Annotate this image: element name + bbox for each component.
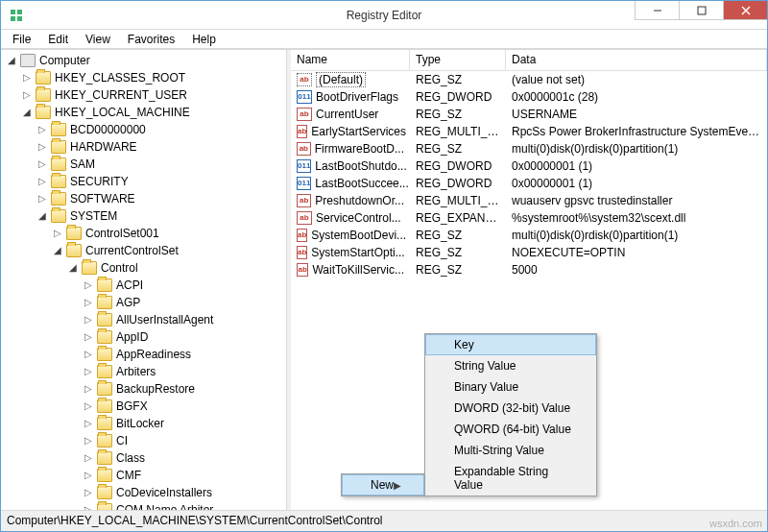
value-row[interactable]: 011LastBootSuccee...REG_DWORD0x00000001 …	[291, 175, 767, 192]
expander-icon[interactable]: ▷	[82, 382, 95, 396]
tree-key[interactable]: ▷BackupRestore	[82, 380, 286, 398]
value-row[interactable]: abCurrentUserREG_SZUSERNAME	[291, 106, 767, 123]
tree-key[interactable]: ▷BCD00000000	[36, 121, 286, 138]
value-row[interactable]: abServiceControl...REG_EXPAND_SZ%systemr…	[291, 209, 767, 227]
menu-edit[interactable]: Edit	[40, 31, 76, 48]
tree-root[interactable]: ◢ Computer	[5, 52, 286, 69]
value-name: BootDriverFlags	[316, 90, 398, 104]
tree-key[interactable]: ▷AppID	[82, 328, 286, 346]
tree-hive-hkcu[interactable]: ▷HKEY_CURRENT_USER	[20, 86, 286, 104]
tree-key[interactable]: ▷ACPI	[82, 277, 286, 294]
tree-key[interactable]: ▷CMF	[82, 467, 286, 484]
value-row[interactable]: abEarlyStartServicesREG_MULTI_SZRpcSs Po…	[291, 123, 767, 140]
value-type-icon: ab	[297, 229, 307, 242]
tree-key[interactable]: ▷BGFX	[82, 398, 286, 415]
column-header-data[interactable]: Data	[506, 50, 767, 70]
tree-label: AGP	[116, 294, 140, 311]
expander-icon[interactable]: ▷	[82, 278, 95, 292]
value-type: REG_SZ	[410, 246, 506, 259]
context-item-multi[interactable]: Multi-String Value	[425, 440, 596, 461]
expander-icon[interactable]: ▷	[82, 417, 95, 430]
tree-key[interactable]: ▷Arbiters	[82, 363, 286, 380]
tree-key-ccs[interactable]: ◢CurrentControlSet	[51, 242, 286, 259]
expander-icon[interactable]: ▷	[82, 365, 95, 378]
maximize-button[interactable]	[679, 1, 723, 20]
title-bar: Registry Editor	[1, 1, 767, 30]
expander-icon[interactable]: ▷	[36, 192, 49, 206]
folder-icon	[36, 106, 51, 119]
tree-key[interactable]: ▷AllUserInstallAgent	[82, 311, 286, 328]
column-header-name[interactable]: Name	[291, 50, 410, 70]
menu-view[interactable]: View	[78, 31, 118, 48]
expander-icon[interactable]: ▷	[82, 469, 95, 482]
menu-help[interactable]: Help	[184, 31, 224, 48]
expander-icon[interactable]: ◢	[66, 261, 80, 275]
expander-icon[interactable]: ◢	[51, 244, 64, 257]
value-row[interactable]: abWaitToKillServic...REG_SZ5000	[291, 261, 767, 278]
tree-key[interactable]: ▷SAM	[36, 156, 286, 173]
tree-key[interactable]: ▷AGP	[82, 294, 286, 311]
tree-label: HKEY_CURRENT_USER	[55, 86, 187, 104]
expander-icon[interactable]: ▷	[36, 157, 49, 171]
tree-key[interactable]: ▷Class	[82, 449, 286, 467]
value-name: LastBootSuccee...	[315, 177, 408, 190]
expander-icon[interactable]: ▷	[82, 486, 95, 499]
expander-icon[interactable]: ▷	[82, 313, 95, 326]
expander-icon[interactable]: ◢	[36, 209, 49, 223]
expander-icon[interactable]: ▷	[51, 227, 64, 240]
tree-key[interactable]: ▷SECURITY	[36, 173, 286, 190]
tree-key[interactable]: ▷SOFTWARE	[36, 190, 286, 207]
tree-pane[interactable]: ◢ Computer ▷HKEY_CLASSES_ROOT ▷HKEY_CURR…	[1, 50, 287, 510]
value-row[interactable]: abPreshutdownOr...REG_MULTI_SZwuauserv g…	[291, 192, 767, 209]
context-item-binary[interactable]: Binary Value	[425, 376, 596, 398]
expander-icon[interactable]: ▷	[82, 434, 95, 447]
value-type: REG_EXPAND_SZ	[410, 211, 506, 225]
context-item-qword[interactable]: QWORD (64-bit) Value	[425, 419, 596, 440]
expander-icon[interactable]: ▷	[36, 175, 49, 188]
context-item-expand[interactable]: Expandable String Value	[425, 461, 596, 496]
minimize-button[interactable]	[635, 1, 679, 20]
close-button[interactable]	[723, 1, 767, 20]
tree-key[interactable]: ▷CI	[82, 432, 286, 449]
expander-icon[interactable]: ▷	[82, 330, 95, 344]
expander-icon[interactable]: ▷	[36, 140, 49, 154]
tree-key[interactable]: ▷HARDWARE	[36, 138, 286, 156]
expander-icon[interactable]: ▷	[82, 451, 95, 465]
expander-icon[interactable]: ▷	[82, 348, 95, 361]
expander-icon[interactable]: ◢	[20, 106, 34, 119]
tree-label: AppID	[116, 328, 148, 346]
value-row[interactable]: abSystemBootDevi...REG_SZmulti(0)disk(0)…	[291, 227, 767, 244]
expander-icon[interactable]: ▷	[82, 296, 95, 309]
expander-icon[interactable]: ▷	[36, 123, 49, 136]
context-item-key[interactable]: Key	[425, 334, 596, 355]
expander-icon[interactable]: ◢	[5, 54, 18, 67]
tree-hive-hkcr[interactable]: ▷HKEY_CLASSES_ROOT	[20, 69, 286, 86]
value-data: NOEXECUTE=OPTIN	[506, 246, 767, 259]
tree-key[interactable]: ▷ControlSet001	[51, 225, 286, 242]
folder-icon	[36, 88, 51, 102]
tree-key-system[interactable]: ◢SYSTEM	[36, 207, 286, 225]
tree-key[interactable]: ▷COM Name Arbiter	[82, 501, 286, 510]
value-row[interactable]: 011BootDriverFlagsREG_DWORD0x0000001c (2…	[291, 88, 767, 106]
context-item-string[interactable]: String Value	[425, 355, 596, 376]
value-row[interactable]: abSystemStartOpti...REG_SZ NOEXECUTE=OPT…	[291, 244, 767, 261]
expander-icon[interactable]: ▷	[82, 399, 95, 413]
tree-key[interactable]: ▷CoDeviceInstallers	[82, 484, 286, 501]
tree-key[interactable]: ▷AppReadiness	[82, 346, 286, 363]
tree-hive-hklm[interactable]: ◢HKEY_LOCAL_MACHINE	[20, 104, 286, 121]
expander-icon[interactable]: ▷	[82, 503, 95, 510]
column-header-type[interactable]: Type	[410, 50, 506, 70]
value-data: multi(0)disk(0)rdisk(0)partition(1)	[506, 142, 767, 156]
value-row[interactable]: ab(Default)REG_SZ(value not set)	[291, 71, 767, 88]
tree-key[interactable]: ▷BitLocker	[82, 415, 286, 432]
value-row[interactable]: 011LastBootShutdo...REG_DWORD0x00000001 …	[291, 157, 767, 175]
context-item-new[interactable]: New ▶	[342, 474, 424, 496]
context-label: Binary Value	[454, 380, 518, 394]
menu-favorites[interactable]: Favorites	[120, 31, 182, 48]
context-item-dword[interactable]: DWORD (32-bit) Value	[425, 398, 596, 419]
expander-icon[interactable]: ▷	[20, 71, 34, 85]
tree-key-control[interactable]: ◢Control	[66, 259, 286, 277]
value-row[interactable]: abFirmwareBootD...REG_SZmulti(0)disk(0)r…	[291, 140, 767, 157]
expander-icon[interactable]: ▷	[20, 88, 34, 102]
menu-file[interactable]: File	[5, 31, 38, 48]
